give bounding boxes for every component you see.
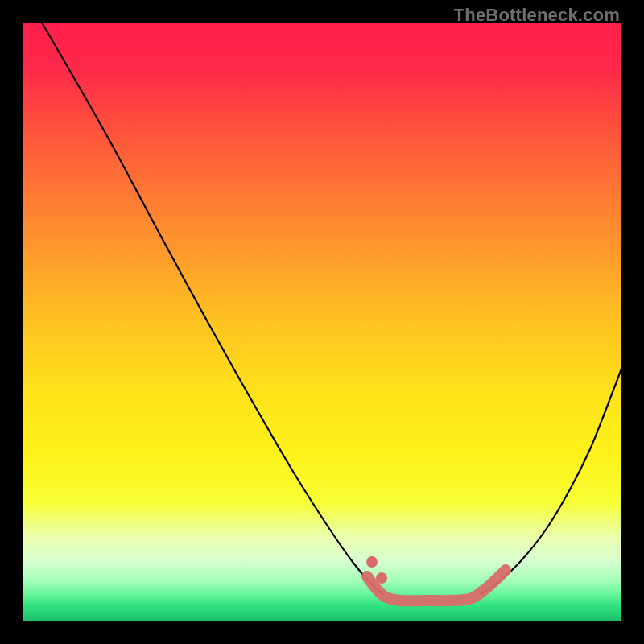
chart-frame: TheBottleneck.com [0, 0, 644, 644]
series-left-curve [42, 23, 383, 594]
plot-area [23, 23, 621, 621]
chart-curves [23, 23, 621, 621]
series-right-curve [481, 369, 621, 594]
watermark-text: TheBottleneck.com [454, 5, 620, 26]
highlight-dot [366, 556, 378, 568]
highlight-dot [376, 572, 387, 584]
series-valley-highlight [367, 570, 506, 601]
